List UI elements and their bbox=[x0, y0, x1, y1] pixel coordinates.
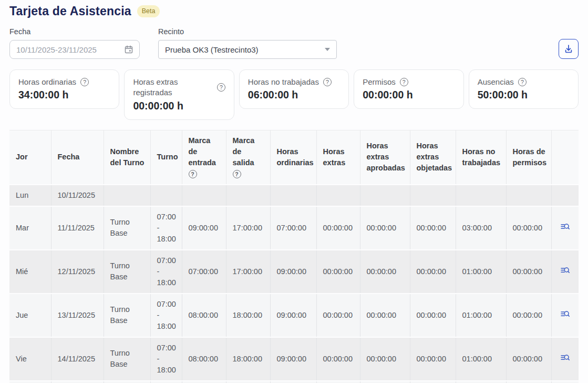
cell-turno bbox=[150, 185, 182, 206]
cell-horas-extras-aprobadas: 00:00:00 bbox=[360, 206, 410, 250]
column-header-acciones bbox=[551, 130, 579, 185]
attendance-table: JorFechaNombre del TurnoTurnoMarca de en… bbox=[9, 130, 579, 383]
date-range-input[interactable]: 10/11/2025-23/11/2025 bbox=[9, 40, 140, 59]
cell-marca-de-entrada: 08:00:00 bbox=[182, 294, 226, 337]
column-header-label: Horas extras objetadas bbox=[417, 142, 452, 172]
cell-acciones bbox=[551, 185, 579, 206]
summary-card: Permisos ? 00:00:00 h bbox=[354, 69, 463, 109]
cell-horas-extras-aprobadas: 00:00:00 bbox=[360, 294, 410, 337]
calendar-icon[interactable] bbox=[123, 44, 134, 55]
cell-horas-de-permisos: 00:00:00 bbox=[506, 337, 551, 381]
cell-horas-extras-aprobadas: 00:00:00 bbox=[360, 250, 410, 294]
summary-card-label: Ausencias bbox=[478, 77, 514, 87]
cell-empty bbox=[104, 381, 150, 383]
cell-horas-ordinarias: 09:00:00 bbox=[270, 294, 316, 337]
attendance-card-page: Tarjeta de Asistencia Beta Fecha 10/11/2… bbox=[0, 0, 588, 383]
column-header-horas-ordinarias: Horas ordinarias bbox=[270, 130, 316, 185]
cell-marca-de-entrada: 09:00:00 bbox=[182, 206, 226, 250]
cell-horas-no-trabajadas: 01:00:00 bbox=[456, 337, 506, 381]
cell-marca-de-salida: 18:00:00 bbox=[226, 294, 270, 337]
summary-card-label-row: Horas no trabajadas ? bbox=[248, 77, 340, 87]
column-header-label: Turno bbox=[157, 153, 178, 161]
cell-empty bbox=[226, 381, 270, 383]
view-details-button[interactable] bbox=[559, 264, 571, 277]
table-row: Mar11/11/2025Turno Base07:00 - 18:0009:0… bbox=[9, 206, 579, 250]
summary-card-label: Permisos bbox=[363, 77, 396, 87]
cell-fecha: 14/11/2025 bbox=[51, 337, 104, 381]
cell-horas-ordinarias bbox=[270, 185, 316, 206]
summary-card-label: Horas no trabajadas bbox=[248, 77, 319, 87]
view-details-button[interactable] bbox=[559, 351, 571, 364]
column-header-label: Marca de entrada bbox=[189, 136, 216, 167]
date-range-value: 10/11/2025-23/11/2025 bbox=[16, 45, 97, 54]
cell-horas-extras-objetadas: 00:00:00 bbox=[410, 206, 456, 250]
column-header-marca-de-entrada: Marca de entrada ? bbox=[182, 130, 226, 185]
cell-marca-de-salida: 18:00:00 bbox=[226, 337, 270, 381]
summary-card-label: Horas extras registradas bbox=[133, 77, 212, 98]
view-details-button[interactable] bbox=[559, 220, 571, 233]
cell-marca-de-entrada: 08:00:00 bbox=[182, 337, 226, 381]
cell-jor: Mar bbox=[9, 206, 51, 250]
filters-row: Fecha 10/11/2025-23/11/2025 Recinto Prue… bbox=[9, 27, 579, 59]
summary-card-label-row: Horas extras registradas ? bbox=[133, 77, 225, 98]
column-header-horas-no-trabajadas: Horas no trabajadas bbox=[456, 130, 506, 185]
cell-horas-de-permisos: 00:00:00 bbox=[506, 206, 551, 250]
help-icon[interactable]: ? bbox=[189, 170, 197, 178]
summary-card-value: 00:00:00 h bbox=[363, 89, 455, 101]
cell-jor: Jue bbox=[9, 294, 51, 337]
cell-fecha: 10/11/2025 bbox=[51, 185, 104, 206]
recinto-filter: Recinto Prueba OK3 (Testrecinto3) bbox=[158, 27, 337, 59]
summary-card: Horas no trabajadas ? 06:00:00 h bbox=[239, 69, 349, 109]
cell-nombre-del-turno: Turno Base bbox=[104, 294, 150, 337]
cell-horas-de-permisos: 00:00:00 bbox=[506, 294, 551, 337]
table-row: Vie14/11/2025Turno Base07:00 - 18:0008:0… bbox=[9, 337, 579, 381]
cell-horas-extras-aprobadas: 00:00:00 bbox=[360, 337, 410, 381]
cell-jor: Lun bbox=[9, 185, 51, 206]
column-header-horas-extras: Horas extras bbox=[316, 130, 360, 185]
page-title: Tarjeta de Asistencia bbox=[9, 4, 131, 18]
cell-acciones bbox=[551, 294, 579, 337]
help-icon[interactable]: ? bbox=[400, 78, 408, 86]
cell-marca-de-salida bbox=[226, 185, 270, 206]
cell-horas-extras: 00:00:00 bbox=[316, 206, 360, 250]
cell-fecha: 11/11/2025 bbox=[51, 206, 104, 250]
cell-horas-extras-objetadas: 00:00:00 bbox=[410, 294, 456, 337]
cell-horas-extras: 00:00:00 bbox=[316, 294, 360, 337]
column-header-horas-extras-objetadas: Horas extras objetadas bbox=[410, 130, 456, 185]
help-icon[interactable]: ? bbox=[518, 78, 527, 86]
cell-turno: 07:00 - 18:00 bbox=[150, 250, 182, 294]
cell-marca-de-entrada bbox=[182, 185, 226, 206]
cell-marca-de-salida: 17:00:00 bbox=[226, 250, 270, 294]
date-filter-label: Fecha bbox=[9, 27, 140, 36]
recinto-filter-label: Recinto bbox=[158, 27, 337, 36]
cell-fecha: 12/11/2025 bbox=[51, 250, 104, 294]
cell-empty bbox=[150, 381, 182, 383]
cell-horas-ordinarias: 09:00:00 bbox=[270, 250, 316, 294]
help-icon[interactable]: ? bbox=[233, 170, 241, 178]
help-icon[interactable]: ? bbox=[80, 78, 89, 86]
cell-fecha: 13/11/2025 bbox=[51, 294, 104, 337]
column-header-fecha: Fecha bbox=[51, 130, 104, 185]
column-header-jor: Jor bbox=[9, 130, 51, 185]
cell-acciones bbox=[551, 337, 579, 381]
help-icon[interactable]: ? bbox=[323, 78, 332, 86]
recinto-select[interactable]: Prueba OK3 (Testrecinto3) bbox=[158, 40, 337, 59]
cell-turno: 07:00 - 18:00 bbox=[150, 206, 182, 250]
summary-card-value: 50:00:00 h bbox=[478, 89, 570, 101]
cell-acciones bbox=[551, 250, 579, 294]
view-details-button[interactable] bbox=[559, 308, 571, 320]
cell-horas-no-trabajadas bbox=[456, 185, 506, 206]
cell-horas-de-permisos bbox=[506, 185, 551, 206]
column-header-label: Horas ordinarias bbox=[277, 147, 314, 167]
cell-acciones bbox=[551, 206, 579, 250]
column-header-marca-de-salida: Marca de salida ? bbox=[226, 130, 270, 185]
list-search-icon bbox=[560, 265, 570, 276]
cell-empty bbox=[9, 381, 51, 383]
help-icon[interactable]: ? bbox=[217, 83, 225, 92]
download-button[interactable] bbox=[559, 39, 579, 59]
cell-horas-extras: 00:00:00 bbox=[316, 250, 360, 294]
column-header-label: Horas extras aprobadas bbox=[367, 142, 405, 172]
column-header-horas-de-permisos: Horas de permisos bbox=[506, 130, 551, 185]
column-header-label: Jor bbox=[16, 153, 28, 161]
download-icon bbox=[563, 44, 574, 54]
